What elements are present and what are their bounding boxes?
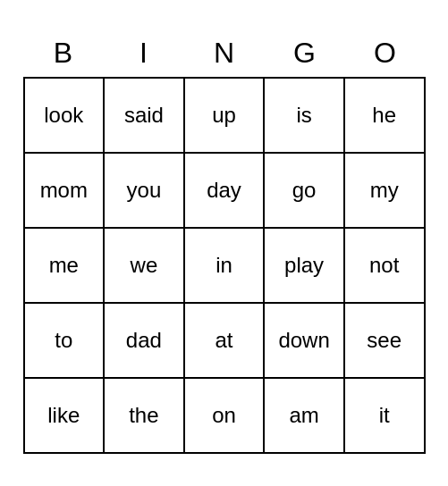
bingo-cell-2-4: not: [345, 229, 424, 302]
bingo-cell-0-1: said: [105, 79, 185, 152]
bingo-cell-4-0: like: [25, 379, 106, 452]
bingo-cell-0-3: is: [265, 79, 345, 152]
header-letter-n: N: [184, 33, 265, 73]
bingo-cell-4-2: on: [185, 379, 266, 452]
bingo-cell-3-4: see: [345, 304, 424, 377]
bingo-cell-2-3: play: [265, 229, 345, 302]
bingo-header: BINGO: [23, 33, 426, 73]
bingo-cell-3-2: at: [185, 304, 266, 377]
bingo-cell-2-1: we: [105, 229, 185, 302]
bingo-cell-0-2: up: [185, 79, 266, 152]
bingo-cell-3-1: dad: [105, 304, 185, 377]
bingo-grid: looksaidupishemomyoudaygomymeweinplaynot…: [23, 77, 426, 454]
bingo-cell-1-2: day: [185, 154, 266, 227]
bingo-cell-0-0: look: [25, 79, 106, 152]
bingo-row-0: looksaidupishe: [25, 79, 424, 154]
bingo-card: BINGO looksaidupishemomyoudaygomymeweinp…: [23, 33, 426, 454]
bingo-cell-4-4: it: [345, 379, 424, 452]
bingo-cell-3-0: to: [25, 304, 106, 377]
bingo-cell-1-3: go: [265, 154, 345, 227]
bingo-row-4: liketheonamit: [25, 379, 424, 452]
bingo-row-3: todadatdownsee: [25, 304, 424, 379]
bingo-cell-4-3: am: [265, 379, 345, 452]
header-letter-g: G: [265, 33, 345, 73]
bingo-cell-1-4: my: [345, 154, 424, 227]
bingo-cell-2-0: me: [25, 229, 106, 302]
header-letter-i: I: [104, 33, 184, 73]
bingo-row-2: meweinplaynot: [25, 229, 424, 304]
header-letter-o: O: [345, 33, 426, 73]
bingo-cell-4-1: the: [105, 379, 185, 452]
bingo-cell-1-1: you: [105, 154, 185, 227]
bingo-cell-1-0: mom: [25, 154, 106, 227]
bingo-cell-3-3: down: [265, 304, 345, 377]
bingo-cell-2-2: in: [185, 229, 266, 302]
bingo-cell-0-4: he: [345, 79, 424, 152]
header-letter-b: B: [23, 33, 104, 73]
bingo-row-1: momyoudaygomy: [25, 154, 424, 229]
